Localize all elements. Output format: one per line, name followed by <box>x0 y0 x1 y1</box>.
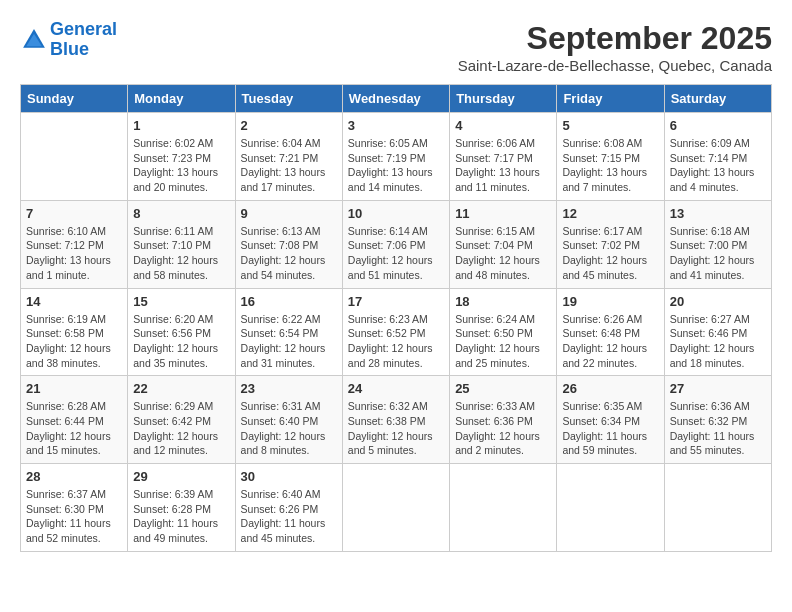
day-number: 2 <box>241 118 337 133</box>
day-number: 15 <box>133 294 229 309</box>
day-info: Sunrise: 6:33 AM Sunset: 6:36 PM Dayligh… <box>455 399 551 458</box>
day-number: 10 <box>348 206 444 221</box>
day-cell <box>342 464 449 552</box>
day-cell: 10Sunrise: 6:14 AM Sunset: 7:06 PM Dayli… <box>342 200 449 288</box>
day-cell: 22Sunrise: 6:29 AM Sunset: 6:42 PM Dayli… <box>128 376 235 464</box>
logo-blue: Blue <box>50 39 89 59</box>
day-cell: 27Sunrise: 6:36 AM Sunset: 6:32 PM Dayli… <box>664 376 771 464</box>
day-number: 8 <box>133 206 229 221</box>
day-cell: 23Sunrise: 6:31 AM Sunset: 6:40 PM Dayli… <box>235 376 342 464</box>
day-info: Sunrise: 6:15 AM Sunset: 7:04 PM Dayligh… <box>455 224 551 283</box>
logo: GeneralBlue <box>20 20 117 60</box>
day-cell <box>557 464 664 552</box>
calendar-body: 1Sunrise: 6:02 AM Sunset: 7:23 PM Daylig… <box>21 113 772 552</box>
day-info: Sunrise: 6:22 AM Sunset: 6:54 PM Dayligh… <box>241 312 337 371</box>
day-cell: 13Sunrise: 6:18 AM Sunset: 7:00 PM Dayli… <box>664 200 771 288</box>
day-info: Sunrise: 6:05 AM Sunset: 7:19 PM Dayligh… <box>348 136 444 195</box>
day-cell: 4Sunrise: 6:06 AM Sunset: 7:17 PM Daylig… <box>450 113 557 201</box>
day-info: Sunrise: 6:10 AM Sunset: 7:12 PM Dayligh… <box>26 224 122 283</box>
day-cell: 9Sunrise: 6:13 AM Sunset: 7:08 PM Daylig… <box>235 200 342 288</box>
day-info: Sunrise: 6:37 AM Sunset: 6:30 PM Dayligh… <box>26 487 122 546</box>
day-number: 12 <box>562 206 658 221</box>
day-number: 20 <box>670 294 766 309</box>
day-cell <box>450 464 557 552</box>
day-number: 6 <box>670 118 766 133</box>
day-cell: 2Sunrise: 6:04 AM Sunset: 7:21 PM Daylig… <box>235 113 342 201</box>
day-cell: 28Sunrise: 6:37 AM Sunset: 6:30 PM Dayli… <box>21 464 128 552</box>
month-title: September 2025 <box>458 20 772 57</box>
day-cell: 24Sunrise: 6:32 AM Sunset: 6:38 PM Dayli… <box>342 376 449 464</box>
header-cell-sunday: Sunday <box>21 85 128 113</box>
day-cell: 1Sunrise: 6:02 AM Sunset: 7:23 PM Daylig… <box>128 113 235 201</box>
day-info: Sunrise: 6:09 AM Sunset: 7:14 PM Dayligh… <box>670 136 766 195</box>
day-cell: 5Sunrise: 6:08 AM Sunset: 7:15 PM Daylig… <box>557 113 664 201</box>
title-block: September 2025 Saint-Lazare-de-Bellechas… <box>458 20 772 74</box>
day-cell: 6Sunrise: 6:09 AM Sunset: 7:14 PM Daylig… <box>664 113 771 201</box>
day-info: Sunrise: 6:39 AM Sunset: 6:28 PM Dayligh… <box>133 487 229 546</box>
day-info: Sunrise: 6:40 AM Sunset: 6:26 PM Dayligh… <box>241 487 337 546</box>
day-number: 27 <box>670 381 766 396</box>
day-number: 21 <box>26 381 122 396</box>
header-cell-thursday: Thursday <box>450 85 557 113</box>
day-number: 4 <box>455 118 551 133</box>
calendar-header: SundayMondayTuesdayWednesdayThursdayFrid… <box>21 85 772 113</box>
day-info: Sunrise: 6:36 AM Sunset: 6:32 PM Dayligh… <box>670 399 766 458</box>
day-number: 28 <box>26 469 122 484</box>
day-info: Sunrise: 6:11 AM Sunset: 7:10 PM Dayligh… <box>133 224 229 283</box>
day-cell: 7Sunrise: 6:10 AM Sunset: 7:12 PM Daylig… <box>21 200 128 288</box>
day-info: Sunrise: 6:32 AM Sunset: 6:38 PM Dayligh… <box>348 399 444 458</box>
day-cell: 30Sunrise: 6:40 AM Sunset: 6:26 PM Dayli… <box>235 464 342 552</box>
day-number: 24 <box>348 381 444 396</box>
logo-icon <box>20 26 48 54</box>
week-row-1: 1Sunrise: 6:02 AM Sunset: 7:23 PM Daylig… <box>21 113 772 201</box>
day-cell: 17Sunrise: 6:23 AM Sunset: 6:52 PM Dayli… <box>342 288 449 376</box>
day-info: Sunrise: 6:18 AM Sunset: 7:00 PM Dayligh… <box>670 224 766 283</box>
day-info: Sunrise: 6:29 AM Sunset: 6:42 PM Dayligh… <box>133 399 229 458</box>
day-info: Sunrise: 6:14 AM Sunset: 7:06 PM Dayligh… <box>348 224 444 283</box>
day-cell: 25Sunrise: 6:33 AM Sunset: 6:36 PM Dayli… <box>450 376 557 464</box>
day-number: 11 <box>455 206 551 221</box>
day-info: Sunrise: 6:17 AM Sunset: 7:02 PM Dayligh… <box>562 224 658 283</box>
day-cell: 20Sunrise: 6:27 AM Sunset: 6:46 PM Dayli… <box>664 288 771 376</box>
day-number: 18 <box>455 294 551 309</box>
day-number: 3 <box>348 118 444 133</box>
day-cell: 16Sunrise: 6:22 AM Sunset: 6:54 PM Dayli… <box>235 288 342 376</box>
week-row-2: 7Sunrise: 6:10 AM Sunset: 7:12 PM Daylig… <box>21 200 772 288</box>
day-cell: 8Sunrise: 6:11 AM Sunset: 7:10 PM Daylig… <box>128 200 235 288</box>
day-info: Sunrise: 6:19 AM Sunset: 6:58 PM Dayligh… <box>26 312 122 371</box>
location-subtitle: Saint-Lazare-de-Bellechasse, Quebec, Can… <box>458 57 772 74</box>
header-cell-saturday: Saturday <box>664 85 771 113</box>
day-cell <box>664 464 771 552</box>
day-cell: 11Sunrise: 6:15 AM Sunset: 7:04 PM Dayli… <box>450 200 557 288</box>
logo-general: General <box>50 19 117 39</box>
day-cell: 14Sunrise: 6:19 AM Sunset: 6:58 PM Dayli… <box>21 288 128 376</box>
day-number: 1 <box>133 118 229 133</box>
day-number: 14 <box>26 294 122 309</box>
week-row-5: 28Sunrise: 6:37 AM Sunset: 6:30 PM Dayli… <box>21 464 772 552</box>
day-info: Sunrise: 6:26 AM Sunset: 6:48 PM Dayligh… <box>562 312 658 371</box>
day-cell: 21Sunrise: 6:28 AM Sunset: 6:44 PM Dayli… <box>21 376 128 464</box>
day-cell: 18Sunrise: 6:24 AM Sunset: 6:50 PM Dayli… <box>450 288 557 376</box>
day-number: 17 <box>348 294 444 309</box>
day-info: Sunrise: 6:28 AM Sunset: 6:44 PM Dayligh… <box>26 399 122 458</box>
day-cell: 26Sunrise: 6:35 AM Sunset: 6:34 PM Dayli… <box>557 376 664 464</box>
day-info: Sunrise: 6:24 AM Sunset: 6:50 PM Dayligh… <box>455 312 551 371</box>
week-row-3: 14Sunrise: 6:19 AM Sunset: 6:58 PM Dayli… <box>21 288 772 376</box>
day-number: 30 <box>241 469 337 484</box>
day-number: 7 <box>26 206 122 221</box>
day-info: Sunrise: 6:20 AM Sunset: 6:56 PM Dayligh… <box>133 312 229 371</box>
day-number: 26 <box>562 381 658 396</box>
day-number: 9 <box>241 206 337 221</box>
day-number: 19 <box>562 294 658 309</box>
day-cell: 12Sunrise: 6:17 AM Sunset: 7:02 PM Dayli… <box>557 200 664 288</box>
day-number: 16 <box>241 294 337 309</box>
day-info: Sunrise: 6:08 AM Sunset: 7:15 PM Dayligh… <box>562 136 658 195</box>
day-number: 29 <box>133 469 229 484</box>
header-row: SundayMondayTuesdayWednesdayThursdayFrid… <box>21 85 772 113</box>
header-cell-friday: Friday <box>557 85 664 113</box>
header-cell-wednesday: Wednesday <box>342 85 449 113</box>
day-info: Sunrise: 6:27 AM Sunset: 6:46 PM Dayligh… <box>670 312 766 371</box>
day-number: 23 <box>241 381 337 396</box>
day-cell: 29Sunrise: 6:39 AM Sunset: 6:28 PM Dayli… <box>128 464 235 552</box>
header-cell-monday: Monday <box>128 85 235 113</box>
